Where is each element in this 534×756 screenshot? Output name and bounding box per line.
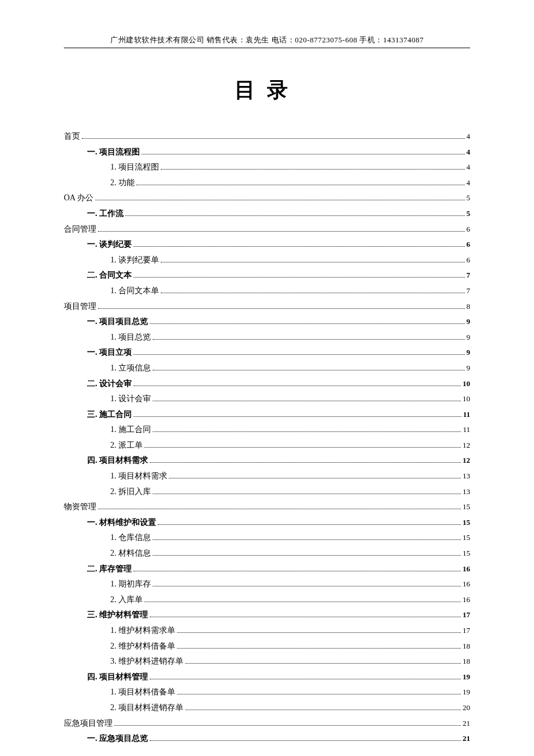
toc-entry-page: 5 <box>467 207 471 221</box>
toc-entry: 四. 项目材料管理19 <box>64 669 470 685</box>
toc-entry: 二. 设计会审10 <box>64 376 470 392</box>
toc-entry-label: 1. 项目材料借备单 <box>110 685 175 700</box>
toc-entry-label: 一. 工作流 <box>87 206 124 222</box>
toc-entry-page: 12 <box>463 438 470 453</box>
toc-entry: 1. 维护材料需求单17 <box>64 623 470 639</box>
toc-entry-label: 一. 项目立项 <box>87 345 132 361</box>
toc-entry-label: 2. 维护材料借备单 <box>110 639 175 654</box>
toc-entry-page: 13 <box>463 469 470 484</box>
toc-leader-dots <box>150 679 461 679</box>
toc-entry: 首页4 <box>64 129 470 145</box>
toc-leader-dots <box>125 215 465 216</box>
toc-entry: 1. 立项信息9 <box>64 361 470 376</box>
toc-entry-page: 4 <box>467 145 471 160</box>
toc-entry-label: 2. 拆旧入库 <box>110 484 151 500</box>
toc-entry-label: 2. 功能 <box>110 175 135 191</box>
document-title: 目录 <box>64 76 470 105</box>
toc-entry-page: 19 <box>463 670 470 685</box>
toc-leader-dots <box>114 725 461 726</box>
toc-entry-page: 21 <box>463 717 470 731</box>
toc-entry: 2. 材料信息15 <box>64 546 470 561</box>
toc-entry: 1. 仓库信息15 <box>64 530 470 546</box>
page-header: 广州建软软件技术有限公司 销售代表：袁先生 电话：020-87723075-60… <box>64 35 470 48</box>
toc-entry-label: 二. 库存管理 <box>87 561 132 577</box>
toc-entry-page: 21 <box>463 732 470 746</box>
toc-entry-page: 15 <box>463 516 470 530</box>
toc-leader-dots <box>134 416 461 417</box>
toc-leader-dots <box>95 200 465 200</box>
toc-entry: 一. 项目流程图4 <box>64 145 470 160</box>
toc-entry-page: 5 <box>467 191 471 206</box>
toc-entry-page: 18 <box>463 654 470 669</box>
toc-entry-page: 9 <box>467 330 471 345</box>
toc-entry-page: 10 <box>463 392 470 406</box>
toc-leader-dots <box>134 277 465 278</box>
toc-leader-dots <box>145 602 461 602</box>
toc-entry-page: 6 <box>467 253 471 268</box>
toc-entry-label: 1. 谈判纪要单 <box>110 253 159 268</box>
toc-entry: 一. 工作流5 <box>64 206 470 222</box>
toc-leader-dots <box>145 447 461 448</box>
toc-entry-page: 17 <box>463 624 470 638</box>
toc-leader-dots <box>142 154 465 154</box>
toc-entry-label: 2. 项目材料进销存单 <box>110 700 183 716</box>
toc-entry-label: 一. 项目项目总览 <box>87 314 148 330</box>
toc-leader-dots <box>158 524 461 525</box>
toc-entry-page: 7 <box>467 268 471 283</box>
toc-entry: 3. 维护材料进销存单18 <box>64 654 470 669</box>
toc-entry: 2. 入库单16 <box>64 592 470 608</box>
toc-entry: 1. 谈判纪要单6 <box>64 253 470 268</box>
toc-entry-label: 应急项目管理 <box>64 716 113 732</box>
toc-leader-dots <box>134 571 461 571</box>
toc-entry-page: 15 <box>463 500 470 514</box>
toc-entry: 三. 维护材料管理17 <box>64 607 470 623</box>
toc-entry-page: 9 <box>467 315 471 329</box>
toc-entry-label: 1. 项目总览 <box>110 330 151 345</box>
toc-entry: 1. 项目材料借备单19 <box>64 685 470 700</box>
toc-entry-page: 11 <box>463 408 470 422</box>
toc-entry-label: 首页 <box>64 129 80 145</box>
toc-entry-label: 一. 谈判纪要 <box>87 237 132 253</box>
toc-entry-page: 16 <box>463 593 470 607</box>
toc-entry-page: 15 <box>463 531 470 545</box>
toc-entry-label: OA 办公 <box>64 190 93 206</box>
toc-entry-label: 一. 项目流程图 <box>87 145 140 160</box>
toc-entry-label: 1. 合同文本单 <box>110 283 159 299</box>
toc-entry-label: 项目管理 <box>64 299 96 315</box>
toc-entry-label: 三. 施工合同 <box>87 407 132 423</box>
toc-leader-dots <box>150 740 461 741</box>
toc-leader-dots <box>153 539 461 540</box>
toc-leader-dots <box>185 663 461 664</box>
toc-entry-label: 1. 仓库信息 <box>110 530 151 546</box>
toc-entry-label: 一. 材料维护和设置 <box>87 515 156 531</box>
toc-leader-dots <box>98 231 465 232</box>
toc-entry-page: 4 <box>467 176 471 190</box>
toc-entry-page: 12 <box>463 453 470 468</box>
toc-entry: 一. 项目立项9 <box>64 345 470 361</box>
toc-entry-page: 15 <box>463 546 470 561</box>
toc-leader-dots <box>177 648 461 649</box>
toc-entry-label: 1. 项目流程图 <box>110 160 159 175</box>
toc-entry-page: 8 <box>467 300 471 314</box>
toc-entry: 应急项目管理21 <box>64 716 470 732</box>
toc-leader-dots <box>153 339 465 340</box>
toc-leader-dots <box>134 354 465 355</box>
toc-entry: 一. 应急项目总览21 <box>64 731 470 747</box>
toc-entry-label: 2. 派工单 <box>110 438 143 453</box>
toc-entry: 1. 项目材料需求13 <box>64 469 470 484</box>
toc-entry: 2. 功能4 <box>64 175 470 191</box>
toc-entry-page: 19 <box>463 685 470 700</box>
toc-leader-dots <box>153 370 465 370</box>
toc-entry: 2. 派工单12 <box>64 438 470 453</box>
toc-entry-page: 7 <box>467 284 471 298</box>
toc-entry-label: 二. 设计会审 <box>87 376 132 392</box>
toc-leader-dots <box>161 262 465 262</box>
toc-entry-label: 2. 入库单 <box>110 592 143 608</box>
toc-entry-page: 16 <box>463 562 470 577</box>
toc-entry-label: 3. 维护材料进销存单 <box>110 654 183 669</box>
toc-leader-dots <box>153 555 461 556</box>
toc-entry-page: 4 <box>467 129 471 144</box>
toc-entry: 一. 谈判纪要6 <box>64 237 470 253</box>
toc-entry: 1. 项目流程图4 <box>64 160 470 175</box>
toc-leader-dots <box>153 586 461 586</box>
